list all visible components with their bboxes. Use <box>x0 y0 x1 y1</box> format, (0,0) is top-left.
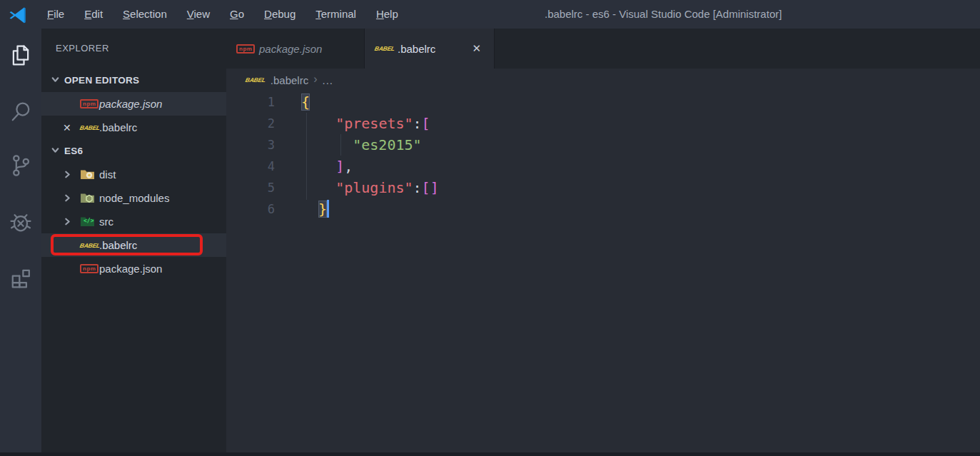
open-editors-header[interactable]: OPEN EDITORS <box>41 69 226 92</box>
tab-bar: npm package.json BABEL .babelrc ✕ <box>226 29 980 69</box>
babel-icon: BABEL <box>375 45 398 52</box>
indent-guide <box>340 134 341 156</box>
code-line-text: "presets":[ <box>275 113 430 134</box>
babel-icon: BABEL <box>246 76 266 83</box>
source-control-icon[interactable] <box>8 153 34 178</box>
code-token: , <box>344 158 353 175</box>
code-line-text: "plugins":[] <box>275 177 439 198</box>
code-line[interactable]: 2 "presets":[ <box>226 113 980 134</box>
line-number[interactable]: 4 <box>226 156 275 177</box>
tree-item-package-json[interactable]: npm package.json <box>41 257 226 280</box>
code-line[interactable]: 3 "es2015" <box>226 134 980 156</box>
vscode-window: File Edit Selection View Go Debug Termin… <box>0 0 980 456</box>
chevron-down-icon <box>51 75 60 86</box>
code-token: "presets" <box>335 115 413 132</box>
code-line-text: "es2015" <box>275 134 422 156</box>
tree-item-label: .babelrc <box>99 239 137 251</box>
breadcrumb[interactable]: BABEL .babelrc › ... <box>226 69 980 91</box>
line-number[interactable]: 1 <box>226 91 275 113</box>
code-token: [] <box>422 179 439 196</box>
open-editor-item-babelrc[interactable]: ✕ BABEL .babelrc <box>41 116 226 139</box>
text-cursor <box>327 200 329 218</box>
line-number[interactable]: 6 <box>226 198 275 220</box>
close-icon[interactable]: ✕ <box>469 41 484 56</box>
close-slot: ✕ <box>63 122 80 133</box>
code-lines: 1{2 "presets":[3 "es2015"4 ],5 "plugins"… <box>226 91 980 220</box>
menu-item-terminal[interactable]: Terminal <box>305 0 366 29</box>
code-token: { <box>301 93 310 111</box>
code-line[interactable]: 1{ <box>226 91 980 113</box>
code-line-text: ], <box>275 156 353 177</box>
babel-icon: BABEL <box>80 124 99 131</box>
sidebar-title: EXPLORER <box>41 29 226 69</box>
code-token: ] <box>335 158 344 175</box>
activity-bar <box>0 29 41 456</box>
tree-item-src[interactable]: </> src <box>41 210 226 233</box>
chevron-right-icon <box>63 193 80 203</box>
tree-item-label: src <box>99 216 113 228</box>
tree-item-babelrc[interactable]: BABEL .babelrc <box>41 233 226 257</box>
line-number[interactable]: 3 <box>226 134 275 156</box>
open-editor-label: package.json <box>99 98 162 110</box>
extensions-icon[interactable] <box>8 265 34 291</box>
npm-icon: npm <box>80 264 99 273</box>
debug-icon[interactable] <box>8 210 34 235</box>
menu-item-debug[interactable]: Debug <box>254 0 305 29</box>
menu-item-go[interactable]: Go <box>220 0 254 29</box>
explorer-icon[interactable] <box>8 43 34 69</box>
code-line[interactable]: 5 "plugins":[] <box>226 177 980 198</box>
chevron-right-icon <box>63 217 80 226</box>
chevron-right-icon <box>63 170 80 179</box>
code-editor[interactable]: 1{2 "presets":[3 "es2015"4 ],5 "plugins"… <box>226 91 980 220</box>
line-number[interactable]: 2 <box>226 113 275 134</box>
tree-root-label: ES6 <box>64 146 83 156</box>
folder-src-icon: </> <box>80 216 99 228</box>
menu-item-view[interactable]: View <box>177 0 220 29</box>
menu-item-help[interactable]: Help <box>366 0 408 29</box>
menu-item-file[interactable]: File <box>37 0 74 29</box>
open-editors-header-label: OPEN EDITORS <box>64 75 139 86</box>
tree-item-dist[interactable]: dist <box>41 163 226 186</box>
code-token: "es2015" <box>353 136 421 153</box>
tab-label: package.json <box>259 43 322 55</box>
npm-icon: npm <box>236 44 259 54</box>
close-icon[interactable]: ✕ <box>63 122 71 133</box>
open-editor-label: .babelrc <box>99 121 137 133</box>
babel-icon: BABEL <box>80 242 99 249</box>
sidebar-explorer: EXPLORER OPEN EDITORS npm package.json ✕… <box>41 29 226 456</box>
tree-root-header-es6[interactable]: ES6 <box>41 139 226 163</box>
tab-babelrc[interactable]: BABEL .babelrc ✕ <box>365 29 495 69</box>
menu-item-edit[interactable]: Edit <box>74 0 113 29</box>
vscode-logo-icon <box>8 5 27 24</box>
menu-item-selection[interactable]: Selection <box>113 0 177 29</box>
tab-package-json[interactable]: npm package.json <box>226 29 365 69</box>
line-number[interactable]: 5 <box>226 177 275 198</box>
titlebar: File Edit Selection View Go Debug Termin… <box>0 0 980 29</box>
breadcrumb-more[interactable]: ... <box>322 74 333 86</box>
window-title: .babelrc - es6 - Visual Studio Code [Adm… <box>545 0 782 29</box>
code-token: } <box>318 201 327 218</box>
npm-icon: npm <box>80 99 99 108</box>
indent-guide <box>306 113 307 200</box>
chevron-right-icon: › <box>313 73 317 86</box>
search-icon[interactable] <box>8 99 34 125</box>
code-line[interactable]: 6 } <box>226 198 980 220</box>
code-line[interactable]: 4 ], <box>226 156 980 177</box>
code-token: [ <box>422 115 430 132</box>
chevron-down-icon <box>51 146 60 157</box>
editor-group: npm package.json BABEL .babelrc ✕ BABEL … <box>226 29 980 456</box>
tree-item-node-modules[interactable]: node_modules <box>41 186 226 210</box>
breadcrumb-file[interactable]: .babelrc <box>271 74 308 86</box>
tree-item-label: node_modules <box>99 192 169 204</box>
open-editor-item-package-json[interactable]: npm package.json <box>41 92 226 116</box>
code-token: : <box>413 115 422 132</box>
tab-label: .babelrc <box>398 43 435 55</box>
code-line-text: { <box>275 91 310 113</box>
tree-item-label: dist <box>99 168 116 181</box>
window-bottom-edge <box>0 452 980 456</box>
menubar: File Edit Selection View Go Debug Termin… <box>37 0 408 29</box>
code-token <box>301 136 353 153</box>
folder-dist-icon <box>80 168 99 181</box>
code-token <box>301 201 318 218</box>
code-token: : <box>413 179 422 196</box>
